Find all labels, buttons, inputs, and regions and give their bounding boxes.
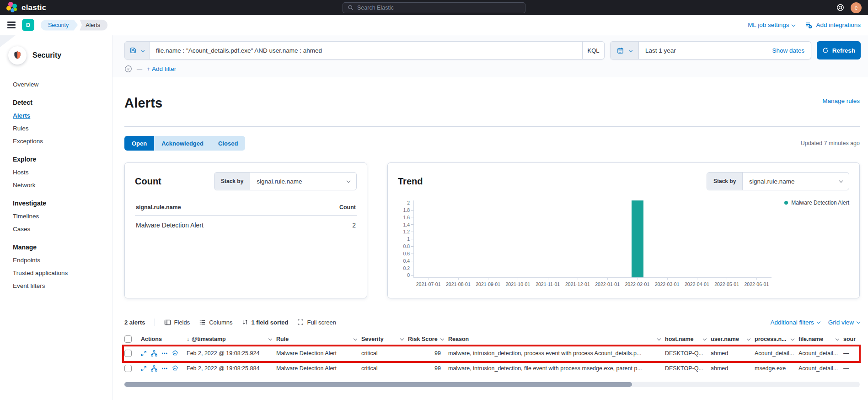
more-actions-icon[interactable] <box>161 350 168 357</box>
sidebar-item-exceptions[interactable]: Exceptions <box>13 138 112 145</box>
column-header-label: sour <box>843 336 856 342</box>
cell-reason[interactable]: malware, intrusion_detection, file event… <box>448 365 665 372</box>
alert-status-icon[interactable] <box>172 365 178 372</box>
columns-button[interactable]: Columns <box>199 319 232 326</box>
sidebar-item-alerts[interactable]: Alerts <box>13 112 112 119</box>
y-axis-tick: 1.6 <box>403 215 413 220</box>
add-filter-button[interactable]: + Add filter <box>147 65 176 72</box>
cell-file-name: Acount_detail... <box>798 365 843 372</box>
column-header-rule[interactable]: Rule <box>276 336 361 342</box>
brand-name: elastic <box>21 3 46 12</box>
column-header-file-name[interactable]: file.name <box>798 336 843 342</box>
bar-slot <box>622 200 652 277</box>
column-header-process-n[interactable]: process.n... <box>755 336 798 342</box>
sidebar-item-rules[interactable]: Rules <box>13 125 112 132</box>
sidebar-item-trusted-applications[interactable]: Trusted applications <box>13 270 112 276</box>
help-icon[interactable] <box>836 4 844 11</box>
plot-area <box>413 200 772 278</box>
elastic-logo <box>6 2 17 14</box>
select-all-checkbox[interactable] <box>124 335 132 343</box>
trend-bar-2022-02-01 <box>632 200 643 277</box>
sidebar-item-endpoints[interactable]: Endpoints <box>13 257 112 264</box>
column-header-host-name[interactable]: host.name <box>665 336 711 342</box>
sidebar-item-overview[interactable]: Overview <box>13 81 112 88</box>
sidebar-item-cases[interactable]: Cases <box>13 226 112 232</box>
row-checkbox[interactable] <box>124 350 132 357</box>
alert-status-icon[interactable] <box>172 350 178 357</box>
y-axis-tick: 0 <box>407 273 413 278</box>
calendar-menu-button[interactable] <box>611 42 639 59</box>
ml-job-settings-button[interactable]: ML job settings <box>748 22 795 28</box>
bar-slot <box>504 200 533 277</box>
full-screen-button[interactable]: Full screen <box>297 319 336 326</box>
column-header-risk-score[interactable]: Risk Score <box>408 336 448 342</box>
kql-language-button[interactable]: KQL <box>582 42 604 59</box>
time-range-value[interactable]: Last 1 year <box>639 47 772 54</box>
column-header-user-name[interactable]: user.name <box>711 336 755 342</box>
additional-filters-button[interactable]: Additional filters <box>770 319 820 326</box>
filter-icon[interactable] <box>124 65 132 73</box>
y-tick-label: 1.2 <box>403 229 410 234</box>
sidebar-item-timelines[interactable]: Timelines <box>13 213 112 220</box>
column-header-sour[interactable]: sour <box>843 336 860 342</box>
cell-rule[interactable]: Malware Detection Alert <box>276 350 361 357</box>
cell-risk-score: 99 <box>408 350 448 357</box>
horizontal-scrollbar-thumb[interactable] <box>124 382 632 387</box>
global-search-input[interactable] <box>357 5 520 11</box>
analyze-event-icon[interactable] <box>151 350 157 357</box>
breadcrumb-alerts: Alerts <box>75 20 107 31</box>
top-app-bar: elastic e <box>0 0 868 15</box>
sidebar-item-event-filters[interactable]: Event filters <box>13 282 112 289</box>
add-integrations-button[interactable]: Add integrations <box>805 22 861 29</box>
column-header-actions[interactable]: Actions <box>141 336 187 342</box>
chevron-down-icon <box>400 336 404 340</box>
more-actions-icon[interactable] <box>161 365 168 372</box>
trend-panel-title: Trend <box>398 176 423 187</box>
sidebar-item-hosts[interactable]: Hosts <box>13 169 112 176</box>
query-bar: file.name : "Acount_details.pdf.exe" AND… <box>113 35 868 59</box>
query-text[interactable]: file.name : "Acount_details.pdf.exe" AND… <box>150 47 582 54</box>
sorted-fields-button[interactable]: 1 field sorted <box>242 319 289 326</box>
saved-query-menu-button[interactable] <box>125 42 150 59</box>
y-axis-tick: 1.8 <box>403 208 413 213</box>
breadcrumb-security[interactable]: Security <box>41 20 78 31</box>
column-header-reason[interactable]: Reason <box>448 336 665 342</box>
user-avatar[interactable]: e <box>851 2 862 13</box>
column-header-severity[interactable]: Severity <box>361 336 408 342</box>
show-dates-button[interactable]: Show dates <box>772 47 811 54</box>
analyze-event-icon[interactable] <box>151 365 157 372</box>
cell-reason[interactable]: malware, intrusion_detection, process ev… <box>448 350 665 357</box>
grid-view-button[interactable]: Grid view <box>828 319 860 326</box>
tab-open[interactable]: Open <box>124 136 154 151</box>
refresh-button[interactable]: Refresh <box>817 41 861 59</box>
trend-stack-by-select[interactable]: Stack by signal.rule.name <box>707 172 849 190</box>
manage-rules-link[interactable]: Manage rules <box>822 97 860 104</box>
chevron-down-icon <box>791 336 794 340</box>
expand-alert-icon[interactable] <box>141 366 147 372</box>
cell-rule[interactable]: Malware Detection Alert <box>276 365 361 372</box>
space-badge[interactable]: D <box>22 19 34 31</box>
cell-severity: critical <box>361 350 408 357</box>
expand-alert-icon[interactable] <box>141 351 147 357</box>
menu-icon[interactable] <box>7 22 16 28</box>
column-header-label: file.name <box>798 336 823 342</box>
bar-slot <box>652 200 682 277</box>
tab-closed[interactable]: Closed <box>211 136 245 151</box>
count-stack-by-select[interactable]: Stack by signal.rule.name <box>214 172 357 190</box>
tab-acknowledged[interactable]: Acknowledged <box>154 136 211 151</box>
count-panel-title: Count <box>135 176 161 187</box>
column-header-timestamp[interactable]: ↓@timestamp <box>187 336 276 342</box>
y-tick-label: 0.4 <box>403 259 410 264</box>
cell-source: — <box>843 350 860 357</box>
row-checkbox[interactable] <box>124 365 132 372</box>
chevron-down-icon <box>816 320 820 324</box>
kql-query-input[interactable]: file.name : "Acount_details.pdf.exe" AND… <box>124 41 605 59</box>
alerts-page: Alerts Manage rules OpenAcknowledgedClos… <box>113 77 868 400</box>
chevron-down-icon <box>747 336 750 340</box>
bar-slot <box>563 200 593 277</box>
fields-button[interactable]: Fields <box>164 319 190 326</box>
sidebar-item-network[interactable]: Network <box>13 182 112 189</box>
horizontal-scrollbar-track <box>124 382 860 387</box>
cell-severity: critical <box>361 365 408 372</box>
global-search[interactable] <box>343 2 525 13</box>
